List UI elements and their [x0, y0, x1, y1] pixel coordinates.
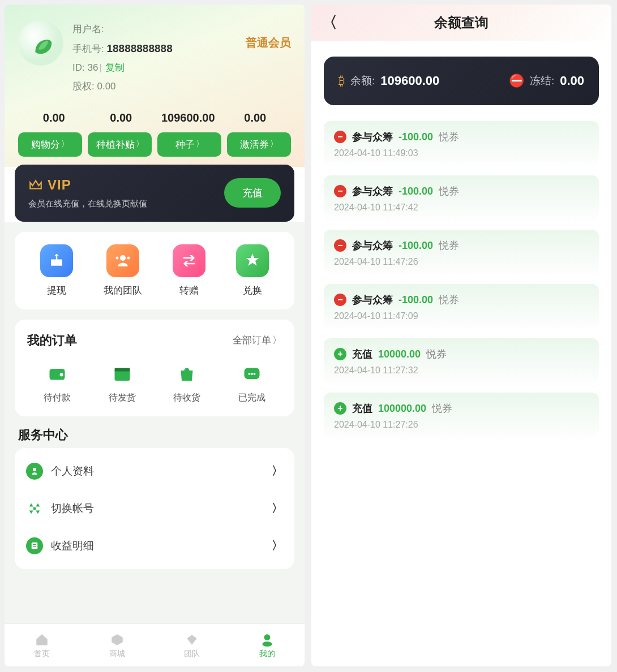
earnings-detail-row[interactable]: 收益明细〉 — [26, 527, 283, 565]
planting-subsidy-button[interactable]: 种植补贴〉 — [88, 132, 152, 157]
stat-value: 0.00 — [222, 111, 289, 124]
svg-point-5 — [248, 373, 250, 375]
txn-timestamp: 2024-04-10 11:47:09 — [334, 311, 589, 321]
user-id: 36 — [87, 62, 98, 73]
service-center-title: 服务中心 — [15, 427, 294, 448]
recycle-icon — [27, 501, 42, 516]
switch-account-row[interactable]: 切换帐号〉 — [26, 490, 283, 527]
copy-id-button[interactable]: 复制 — [105, 62, 125, 73]
profile-screen: 用户名: 手机号: 18888888888 ID: 36|复制 股权: 0.00… — [5, 5, 305, 666]
activation-coupon-button[interactable]: 激活券〉 — [227, 132, 291, 157]
transaction-row[interactable]: −参与众筹-100.00悦券2024-04-10 11:47:09 — [324, 284, 599, 329]
txn-unit: 悦券 — [439, 293, 459, 307]
transaction-row[interactable]: +充值100000.00悦券2024-04-10 11:27:26 — [324, 393, 599, 438]
recharge-button[interactable]: 充值 — [224, 178, 281, 208]
txn-amount: -100.00 — [399, 131, 433, 143]
pending-payment-button[interactable]: 待付款 — [44, 361, 71, 404]
orders-title: 我的订单 — [27, 332, 77, 349]
svg-marker-12 — [187, 635, 197, 644]
shopping-points-button[interactable]: 购物分〉 — [18, 132, 82, 157]
plus-icon: + — [334, 348, 346, 360]
txn-name: 参与众筹 — [352, 130, 393, 144]
frozen-value: 0.00 — [560, 74, 584, 88]
txn-unit: 悦券 — [426, 347, 447, 361]
stat-value: 0.00 — [20, 111, 88, 124]
transaction-row[interactable]: −参与众筹-100.00悦券2024-04-10 11:47:26 — [324, 230, 599, 275]
vip-title: VIP — [48, 177, 71, 193]
package-icon — [112, 364, 132, 384]
withdraw-button[interactable]: 提现 — [40, 244, 73, 297]
plus-icon: + — [334, 402, 346, 415]
transaction-row[interactable]: +充值10000.00悦券2024-04-10 11:27:32 — [324, 338, 599, 384]
transfer-button[interactable]: 转赠 — [173, 244, 205, 297]
minus-icon: − — [334, 294, 346, 306]
svg-point-14 — [262, 641, 272, 647]
stat-value: 0.00 — [88, 111, 155, 124]
nav-mine[interactable]: 我的 — [230, 624, 305, 666]
chevron-right-icon: 〉 — [136, 139, 144, 149]
balance-label: 余额: — [350, 74, 375, 88]
username-label: 用户名: — [72, 24, 104, 35]
txn-name: 充值 — [352, 347, 372, 361]
svg-point-6 — [251, 373, 253, 375]
profile-info-row[interactable]: 个人资料〉 — [26, 453, 283, 490]
user-info: 用户名: 手机号: 18888888888 ID: 36|复制 股权: 0.00 — [72, 20, 237, 96]
pending-shipment-button[interactable]: 待发货 — [109, 361, 136, 404]
nav-mall[interactable]: 商城 — [80, 624, 155, 666]
transaction-row[interactable]: −参与众筹-100.00悦券2024-04-10 11:47:42 — [324, 175, 599, 221]
back-button[interactable]: 〈 — [322, 12, 337, 33]
chevron-right-icon: 〉 — [270, 139, 278, 149]
txn-timestamp: 2024-04-10 11:49:03 — [334, 148, 589, 158]
avatar[interactable] — [18, 20, 63, 66]
my-team-button[interactable]: 我的团队 — [104, 244, 142, 297]
pending-receipt-button[interactable]: 待收货 — [173, 361, 200, 404]
diamond-icon — [185, 632, 199, 647]
balance-screen: 〈 余额查询 ₿ 余额: 109600.00 ⛔ 冻结: 0.00 −参与众筹-… — [311, 5, 611, 666]
svg-point-1 — [60, 373, 63, 376]
txn-unit: 悦券 — [439, 239, 459, 252]
user-row: 用户名: 手机号: 18888888888 ID: 36|复制 股权: 0.00… — [18, 20, 291, 96]
quick-actions-card: 提现 我的团队 转赠 兑换 — [15, 232, 294, 309]
chevron-right-icon: 〉 — [196, 139, 204, 149]
equity-label: 股权: — [72, 81, 95, 92]
orders-card: 我的订单 全部订单〉 待付款 待发货 待收货 已完成 — [15, 320, 294, 416]
list-icon — [29, 541, 40, 551]
chevron-right-icon: 〉 — [61, 139, 69, 149]
nav-team[interactable]: 团队 — [155, 624, 230, 666]
mall-icon — [110, 632, 125, 647]
id-label: ID: — [72, 62, 85, 73]
minus-icon: − — [334, 185, 346, 197]
chevron-right-icon: 〉 — [272, 334, 282, 347]
phone-number: 18888888888 — [106, 42, 172, 54]
transaction-row[interactable]: −参与众筹-100.00悦券2024-04-10 11:49:03 — [324, 121, 599, 166]
txn-timestamp: 2024-04-10 11:47:26 — [334, 257, 589, 267]
transfer-icon — [181, 252, 198, 269]
avatar-icon — [28, 30, 54, 56]
bottom-nav: 首页 商城 团队 我的 — [5, 623, 305, 666]
all-orders-link[interactable]: 全部订单〉 — [233, 334, 282, 347]
chevron-right-icon: 〉 — [272, 538, 283, 553]
txn-timestamp: 2024-04-10 11:27:32 — [334, 365, 589, 376]
minus-icon: − — [334, 239, 346, 252]
nav-home[interactable]: 首页 — [5, 624, 80, 666]
txn-unit: 悦券 — [432, 402, 452, 415]
chat-icon — [242, 364, 262, 384]
page-title: 余额查询 — [434, 14, 489, 32]
profile-header-area: 用户名: 手机号: 18888888888 ID: 36|复制 股权: 0.00… — [5, 5, 305, 167]
completed-button[interactable]: 已完成 — [238, 361, 265, 404]
txn-amount: -100.00 — [399, 240, 433, 252]
txn-timestamp: 2024-04-10 11:27:26 — [334, 420, 589, 430]
profile-icon — [260, 632, 275, 647]
txn-amount: -100.00 — [399, 294, 433, 306]
frozen-label: 冻结: — [530, 74, 554, 88]
crown-icon — [28, 178, 43, 192]
seeds-button[interactable]: 种子〉 — [157, 132, 221, 157]
balance-card: ₿ 余额: 109600.00 ⛔ 冻结: 0.00 — [324, 57, 599, 105]
transaction-list: −参与众筹-100.00悦券2024-04-10 11:49:03−参与众筹-1… — [311, 105, 611, 447]
exchange-button[interactable]: 兑换 — [236, 244, 269, 297]
chevron-right-icon: 〉 — [272, 463, 283, 479]
frozen-icon: ⛔ — [509, 74, 524, 88]
vip-card: VIP 会员在线充值，在线兑换页献值 充值 — [15, 165, 294, 222]
txn-unit: 悦券 — [439, 130, 459, 144]
team-icon — [114, 252, 131, 269]
